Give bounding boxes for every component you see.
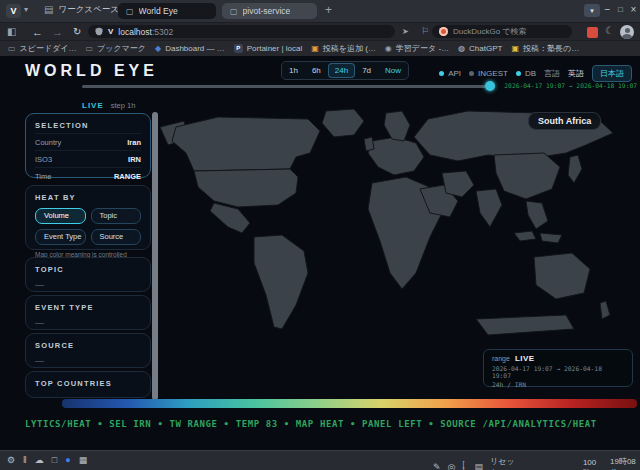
search-field[interactable]: DuckDuckGo で検索 <box>432 25 572 38</box>
country-mexico[interactable] <box>210 203 250 233</box>
theme-moon-icon[interactable]: ☾ <box>605 26 614 36</box>
clock: 19時08分 <box>610 456 640 470</box>
tab-pivot-service[interactable]: ▢ pivot-service <box>222 3 317 19</box>
country-new-zealand[interactable] <box>600 301 610 319</box>
heat-by-event-type-button[interactable]: Event Type <box>35 229 86 245</box>
selection-capture-icon[interactable]: [ ] <box>462 460 467 470</box>
country-india[interactable] <box>476 189 502 227</box>
selection-row-iso3: ISO3IRN <box>35 150 141 167</box>
panel-toggle-icon[interactable]: ◧ <box>7 27 16 37</box>
vivaldi-menu-button[interactable]: V <box>6 4 21 18</box>
timeline-slider-handle[interactable] <box>485 81 495 91</box>
bookmark-item[interactable]: ◉学習データ -… <box>385 43 449 54</box>
heat-by-topic-button[interactable]: Topic <box>91 208 142 224</box>
event-type-panel: EVENT TYPE — <box>25 295 151 330</box>
timeline-range-text: 2026-04-17 19:07 → 2026-04-18 19:07 <box>495 82 637 89</box>
send-to-device-icon[interactable]: ➤ <box>402 28 409 36</box>
range-now-button[interactable]: Now <box>378 63 408 78</box>
range-7d-button[interactable]: 7d <box>355 63 378 78</box>
extension-icon[interactable] <box>587 27 598 38</box>
dashboard-favicon: ◆ <box>155 44 161 53</box>
shield-icon <box>95 27 103 36</box>
status-ticker: LYTICS/HEAT • SEL IRN • TW RANGE • TEMP … <box>25 419 637 429</box>
reload-button[interactable]: ↻ <box>73 26 81 37</box>
url-field[interactable]: V localhost:5302 <box>88 25 395 38</box>
db-indicator: DB <box>516 69 536 78</box>
sidebar-scrollbar[interactable] <box>152 112 158 400</box>
capture-icon[interactable]: ◎ <box>448 463 456 470</box>
tiling-icon[interactable]: ‖ <box>23 456 27 465</box>
country-scandinavia[interactable] <box>384 111 410 141</box>
timeline-slider-track[interactable] <box>82 85 486 88</box>
region-southeast-asia[interactable] <box>526 201 548 229</box>
country-usa[interactable] <box>194 169 298 207</box>
folder-icon: ▭ <box>8 44 16 53</box>
country-iran[interactable] <box>442 171 474 197</box>
new-tab-button[interactable]: + <box>325 4 332 16</box>
language-japanese-button[interactable]: 日本語 <box>592 65 632 82</box>
tab-world-eye[interactable]: ▢ World Eye <box>118 3 216 19</box>
window-close-button[interactable]: × <box>627 3 640 17</box>
bookmark-item[interactable]: ▣投稿：塾長の… <box>511 43 579 54</box>
post-favicon: ▣ <box>511 44 519 53</box>
range-24h-button[interactable]: 24h <box>328 63 355 78</box>
profile-avatar[interactable] <box>620 25 634 39</box>
sync-status-icon[interactable]: ● <box>65 456 70 465</box>
bookmark-label: 投稿：塾長の… <box>523 43 579 54</box>
back-button[interactable]: ← <box>32 26 43 38</box>
continent-south-america[interactable] <box>254 235 308 329</box>
bookmark-item[interactable]: ▭ブックマーク <box>86 43 147 54</box>
page-title: WORLD EYE <box>25 62 158 80</box>
settings-icon[interactable]: ⚙ <box>7 456 15 465</box>
step-label: step 1h <box>111 101 136 110</box>
country-australia[interactable] <box>534 253 590 299</box>
country-uk[interactable] <box>364 137 374 151</box>
panel-empty-value: — <box>35 318 141 328</box>
zoom-reset-button[interactable]: リセット <box>490 456 519 470</box>
forward-button[interactable]: → <box>52 26 63 38</box>
range-label: range <box>492 355 510 362</box>
range-1h-button[interactable]: 1h <box>282 63 305 78</box>
region-antarctica[interactable] <box>476 315 574 335</box>
chevron-down-icon[interactable]: ▾ <box>24 6 28 14</box>
package-icon[interactable]: □ <box>52 456 57 465</box>
region-indonesia[interactable] <box>514 231 536 241</box>
region-europe[interactable] <box>368 137 424 175</box>
page-actions-icon[interactable]: ✎ <box>433 463 441 470</box>
window-minimize-button[interactable]: − <box>601 3 614 17</box>
bookmark-page-icon[interactable]: ⚐ <box>421 27 429 36</box>
map-tooltip: South Africa <box>528 112 601 130</box>
panel-title: EVENT TYPE <box>35 303 141 312</box>
range-window: 24h / IRN <box>492 381 624 388</box>
bookmark-item[interactable]: ◆Dashboard — … <box>155 44 225 53</box>
duckduckgo-icon <box>439 27 448 36</box>
language-english-button[interactable]: 英語 <box>568 68 584 79</box>
bookmark-item[interactable]: PPortainer | local <box>234 44 302 53</box>
tab-title: pivot-service <box>243 6 291 16</box>
panel-title: SELECTION <box>35 121 141 130</box>
range-6h-button[interactable]: 6h <box>305 63 328 78</box>
country-greenland[interactable] <box>322 109 364 137</box>
heat-by-source-button[interactable]: Source <box>91 229 142 245</box>
tasks-icon[interactable]: ▦ <box>79 456 88 465</box>
bookmark-item[interactable]: ▣投稿を追加 (… <box>311 43 376 54</box>
window-maximize-button[interactable]: □ <box>614 3 627 17</box>
browser-status-bar: ⚙ ‖ ☁ □ ● ▦ ✎ ◎ [ ] ▤ リセット 100 % 19時08分 <box>0 450 640 470</box>
bookmark-label: 投稿を追加 (… <box>323 43 376 54</box>
bookmark-item[interactable]: ◍ChatGPT <box>458 44 502 53</box>
workspace-selector[interactable]: ▤ ワークスペース ▾ <box>44 4 127 16</box>
heat-by-volume-button[interactable]: Volume <box>35 208 86 224</box>
country-china[interactable] <box>494 153 560 199</box>
portainer-favicon: P <box>234 44 243 53</box>
tab-title: World Eye <box>139 6 178 16</box>
country-japan[interactable] <box>568 155 582 183</box>
bookmark-item[interactable]: ▭スピードダイ… <box>8 43 77 54</box>
panel-title: SOURCE <box>35 341 141 350</box>
tab-scroll-button[interactable]: ▾ <box>584 4 600 17</box>
snapshot-icon[interactable]: ▤ <box>475 463 484 470</box>
browser-window: V ▾ ▤ ワークスペース ▾ ▢ World Eye ▢ pivot-serv… <box>0 0 640 470</box>
ingest-indicator: INGEST <box>469 69 508 78</box>
region-indonesia-2[interactable] <box>540 233 562 243</box>
cloud-icon[interactable]: ☁ <box>35 456 44 465</box>
country-canada[interactable] <box>172 117 320 171</box>
